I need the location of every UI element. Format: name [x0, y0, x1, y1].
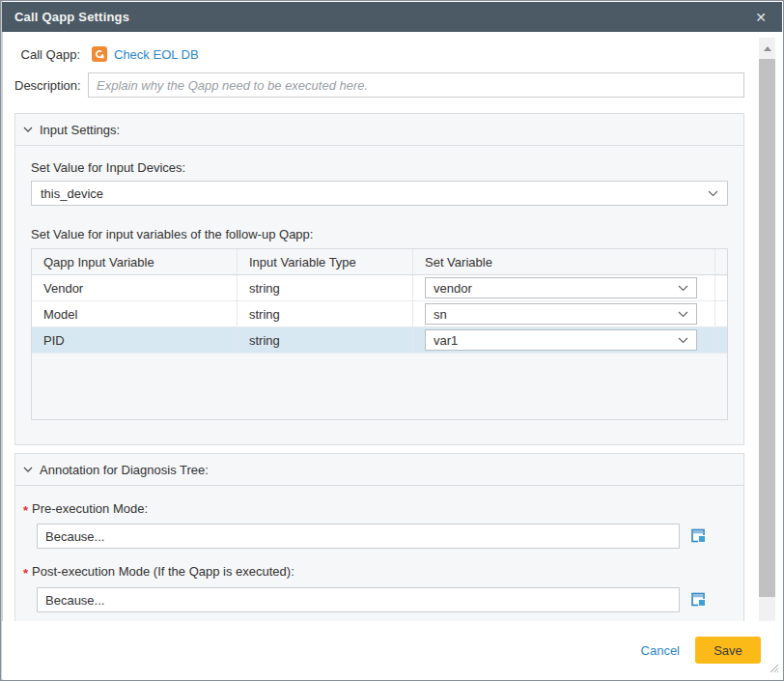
dialog-footer: Cancel Save: [2, 621, 782, 679]
vertical-scrollbar[interactable]: [759, 38, 775, 634]
description-row: Description:: [14, 72, 744, 98]
annotation-body: * Pre-execution Mode: * Post-: [15, 486, 743, 630]
input-settings-header[interactable]: Input Settings:: [15, 114, 743, 146]
input-devices-select[interactable]: this_device: [31, 181, 728, 206]
annotation-header[interactable]: Annotation for Diagnosis Tree:: [15, 454, 743, 486]
set-variable-cell: vendor: [413, 275, 715, 300]
pre-execution-label-text: Pre-execution Mode:: [32, 501, 148, 516]
dialog-titlebar: Call Qapp Settings ✕: [2, 2, 782, 32]
note-edit-icon[interactable]: [691, 592, 708, 609]
table-row[interactable]: Vendor string vendor: [32, 275, 727, 301]
qapp-icon: [92, 46, 107, 62]
pre-execution-label: * Pre-execution Mode:: [23, 501, 728, 516]
set-variable-select[interactable]: vendor: [425, 277, 697, 298]
variable-name-cell: PID: [32, 327, 238, 353]
column-header: Set Variable: [413, 249, 715, 274]
chevron-down-icon: [23, 127, 33, 132]
input-variables-table: Qapp Input Variable Input Variable Type …: [31, 248, 728, 420]
variable-type-cell: string: [238, 275, 413, 300]
column-header-spacer: [715, 249, 727, 274]
input-settings-section: Input Settings: Set Value for Input Devi…: [14, 113, 744, 445]
description-input[interactable]: [88, 72, 744, 98]
call-qapp-label: Call Qapp:: [14, 47, 80, 62]
qapp-name-link[interactable]: Check EOL DB: [114, 47, 199, 62]
resize-grip-icon[interactable]: [769, 660, 779, 677]
table-row-selected[interactable]: PID string var1: [32, 327, 727, 354]
required-marker: *: [23, 566, 28, 581]
variable-type-cell: string: [238, 327, 413, 353]
table-header-row: Qapp Input Variable Input Variable Type …: [32, 249, 727, 275]
note-edit-icon[interactable]: [691, 528, 708, 545]
description-label: Description:: [14, 78, 80, 93]
chevron-down-icon: [708, 190, 718, 197]
set-variable-value: var1: [434, 333, 678, 348]
dialog-title: Call Qapp Settings: [14, 10, 129, 24]
row-spacer-cell: [715, 327, 727, 353]
scroll-up-arrow-icon[interactable]: [759, 42, 775, 56]
annotation-section: Annotation for Diagnosis Tree: * Pre-exe…: [14, 453, 744, 631]
chevron-down-icon: [678, 311, 688, 318]
qapp-link-group[interactable]: Check EOL DB: [92, 46, 199, 62]
set-variable-cell: var1: [413, 327, 715, 353]
pre-execution-input[interactable]: [37, 524, 680, 549]
required-marker: *: [23, 503, 28, 518]
post-execution-label: * Post-execution Mode (If the Qapp is ex…: [23, 564, 728, 579]
post-execution-label-text: Post-execution Mode (If the Qapp is exec…: [32, 564, 294, 579]
set-variable-value: sn: [434, 307, 678, 322]
row-spacer-cell: [715, 301, 727, 326]
cancel-button[interactable]: Cancel: [641, 643, 680, 658]
set-variable-value: vendor: [434, 281, 678, 296]
table-empty-area: [32, 354, 727, 419]
chevron-down-icon: [678, 285, 688, 292]
table-row[interactable]: Model string sn: [32, 301, 727, 327]
column-header: Input Variable Type: [238, 249, 413, 274]
call-qapp-settings-dialog: Call Qapp Settings ✕ Call Qapp: Check EO…: [0, 0, 784, 681]
column-header: Qapp Input Variable: [32, 249, 238, 274]
dialog-content: Call Qapp: Check EOL DB Description:: [14, 32, 744, 631]
pre-execution-row: [37, 524, 728, 549]
input-devices-value: this_device: [41, 186, 708, 201]
set-variable-cell: sn: [413, 301, 715, 326]
row-spacer-cell: [715, 275, 727, 300]
set-variable-select[interactable]: sn: [425, 303, 697, 325]
chevron-down-icon: [23, 467, 33, 472]
variable-name-cell: Model: [32, 301, 238, 326]
input-settings-body: Set Value for Input Devices: this_device…: [15, 146, 743, 444]
input-settings-title: Input Settings:: [40, 123, 120, 137]
input-devices-label: Set Value for Input Devices:: [31, 160, 728, 175]
chevron-down-icon: [678, 337, 688, 344]
variable-type-cell: string: [238, 301, 413, 326]
annotation-title: Annotation for Diagnosis Tree:: [40, 463, 209, 477]
call-qapp-row: Call Qapp: Check EOL DB: [14, 43, 744, 65]
set-variable-select[interactable]: var1: [425, 329, 697, 351]
close-icon[interactable]: ✕: [752, 9, 770, 26]
input-variables-label: Set Value for input variables of the fol…: [31, 227, 728, 241]
post-execution-row: [37, 587, 728, 612]
save-button[interactable]: Save: [695, 637, 761, 664]
post-execution-input[interactable]: [37, 587, 680, 612]
scrollbar-thumb[interactable]: [759, 59, 775, 597]
variable-name-cell: Vendor: [32, 275, 238, 300]
